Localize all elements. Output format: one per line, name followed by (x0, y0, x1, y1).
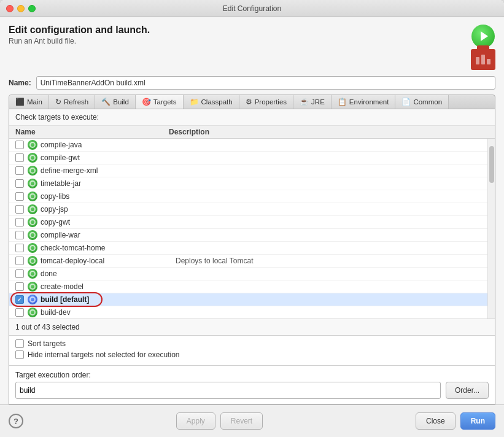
apply-button[interactable]: Apply (176, 412, 215, 430)
table-row[interactable]: define-merge-xml (9, 164, 487, 177)
hide-targets-label: Hide internal targets not selected for e… (28, 350, 179, 359)
common-tab-icon: 📄 (401, 98, 411, 106)
tab-environment[interactable]: 📋 Environment (331, 95, 396, 109)
row-checkbox-5[interactable] (15, 192, 24, 201)
targets-list: compile-java compile-gwt defin (9, 139, 487, 319)
toolbox-icon (471, 49, 495, 70)
target-icon-6 (28, 204, 37, 214)
target-name-9: check-tomcat-home (41, 244, 176, 252)
scroll-thumb[interactable] (489, 146, 494, 183)
tab-main[interactable]: ⬛ Main (9, 95, 49, 109)
sort-targets-label: Sort targets (28, 339, 66, 348)
tabs-bar: ⬛ Main ↻ Refresh 🔨 Build 🎯 Targets 📁 Cla… (9, 95, 495, 109)
tab-jre[interactable]: ☕ JRE (293, 95, 331, 109)
table-row[interactable]: compile-java (9, 139, 487, 152)
close-button-action[interactable]: Close (416, 412, 456, 430)
target-name-6: copy-jsp (41, 205, 176, 214)
tab-build[interactable]: 🔨 Build (95, 95, 136, 109)
target-name-1: compile-java (41, 141, 176, 149)
jre-tab-icon: ☕ (300, 98, 309, 106)
target-name-8: compile-war (41, 231, 176, 239)
table-row[interactable]: compile-gwt (9, 152, 487, 164)
minimize-button[interactable] (17, 5, 25, 12)
tab-environment-label: Environment (349, 98, 389, 106)
table-row[interactable]: copy-gwt (9, 216, 487, 229)
row-checkbox-4[interactable] (15, 179, 24, 188)
target-name-13: build [default] (41, 295, 176, 304)
row-checkbox-1[interactable] (15, 141, 24, 149)
table-row[interactable]: check-tomcat-home (9, 242, 487, 255)
main-window: Edit Configuration Edit configuration an… (0, 0, 504, 437)
tab-common[interactable]: 📄 Common (395, 95, 449, 109)
row-checkbox-14[interactable] (15, 308, 24, 317)
tab-classpath[interactable]: 📁 Classpath (184, 95, 239, 109)
table-row[interactable]: tomcat-deploy-local Deploys to local Tom… (9, 255, 487, 268)
name-row: Name: (9, 76, 495, 90)
exec-row: Order... (15, 382, 489, 399)
row-checkbox-12[interactable] (15, 282, 24, 291)
table-row-default[interactable]: build [default] (9, 293, 487, 306)
execution-order-input[interactable] (15, 382, 441, 399)
row-checkbox-8[interactable] (15, 231, 24, 239)
table-row[interactable]: copy-jsp (9, 203, 487, 216)
tab-main-label: Main (27, 98, 42, 106)
page-subtitle: Run an Ant build file. (9, 37, 150, 45)
build-tab-icon: 🔨 (101, 98, 110, 106)
hide-targets-row: Hide internal targets not selected for e… (15, 350, 489, 359)
order-button[interactable]: Order... (446, 382, 489, 399)
maximize-button[interactable] (28, 5, 36, 12)
revert-button[interactable]: Revert (220, 412, 263, 430)
target-icon-14 (28, 307, 37, 317)
table-row[interactable]: timetable-jar (9, 177, 487, 190)
panel-header: Check targets to execute: (9, 109, 495, 126)
sort-targets-checkbox[interactable] (15, 339, 24, 348)
target-name-14: build-dev (41, 308, 176, 317)
row-checkbox-9[interactable] (15, 244, 24, 252)
row-checkbox-2[interactable] (15, 153, 24, 162)
target-name-11: done (41, 269, 176, 278)
tab-refresh-label: Refresh (64, 98, 88, 106)
window-title: Edit Configuration (223, 4, 281, 13)
run-button[interactable]: Run (460, 412, 495, 430)
target-name-12: create-model (41, 282, 176, 291)
target-icon-10 (28, 256, 37, 266)
row-checkbox-7[interactable] (15, 218, 24, 226)
titlebar: Edit Configuration (0, 0, 504, 17)
row-checkbox-3[interactable] (15, 166, 24, 175)
execution-order-section: Target execution order: Order... (9, 365, 495, 404)
tab-jre-label: JRE (311, 98, 325, 106)
selection-count: 1 out of 43 selected (15, 323, 80, 331)
scrollbar[interactable] (487, 139, 495, 319)
tab-targets[interactable]: 🎯 Targets (136, 95, 184, 109)
tab-properties-label: Properties (255, 98, 287, 106)
target-name-4: timetable-jar (41, 179, 176, 188)
hide-targets-checkbox[interactable] (15, 350, 24, 359)
target-icon-12 (28, 282, 37, 292)
tab-refresh[interactable]: ↻ Refresh (49, 95, 95, 109)
table-row[interactable]: copy-libs (9, 190, 487, 203)
header-right (471, 25, 495, 70)
table-row[interactable]: done (9, 268, 487, 280)
environment-tab-icon: 📋 (338, 98, 347, 106)
main-tab-icon: ⬛ (15, 98, 25, 106)
row-checkbox-13[interactable] (15, 295, 24, 304)
target-icon-4 (28, 179, 37, 188)
tab-properties[interactable]: ⚙ Properties (239, 95, 293, 109)
target-icon-7 (28, 217, 37, 227)
row-checkbox-6[interactable] (15, 205, 24, 214)
row-checkbox-11[interactable] (15, 269, 24, 278)
target-name-10: tomcat-deploy-local (41, 257, 176, 265)
target-icon-5 (28, 191, 37, 201)
name-input[interactable] (36, 76, 495, 90)
col-name-header: Name (15, 128, 169, 136)
row-checkbox-10[interactable] (15, 257, 24, 265)
refresh-tab-icon: ↻ (55, 98, 61, 106)
close-button[interactable] (6, 5, 14, 12)
table-row[interactable]: compile-war (9, 229, 487, 242)
help-button[interactable]: ? (9, 414, 23, 428)
tab-classpath-label: Classpath (201, 98, 233, 106)
table-row[interactable]: create-model (9, 280, 487, 293)
check-targets-label: Check targets to execute: (15, 113, 99, 122)
table-row[interactable]: build-dev (9, 306, 487, 319)
tab-targets-label: Targets (153, 98, 177, 106)
